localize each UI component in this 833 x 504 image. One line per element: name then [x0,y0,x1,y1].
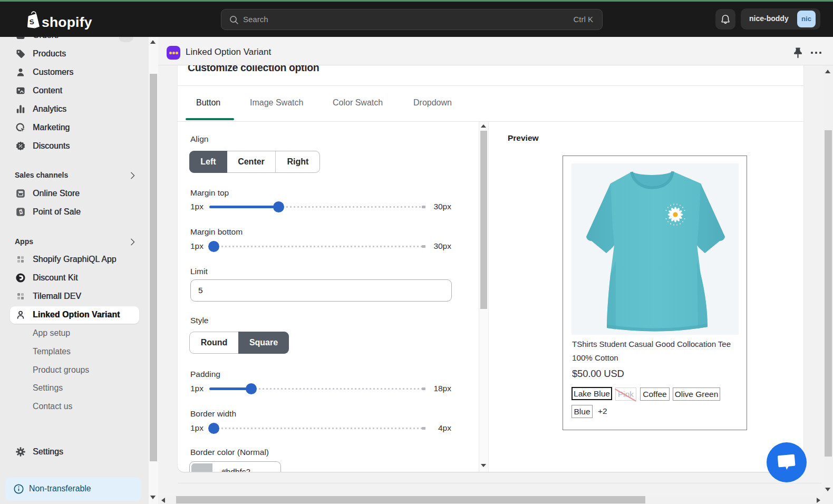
svg-text:shopify: shopify [42,14,92,30]
svg-text:S: S [20,210,22,214]
